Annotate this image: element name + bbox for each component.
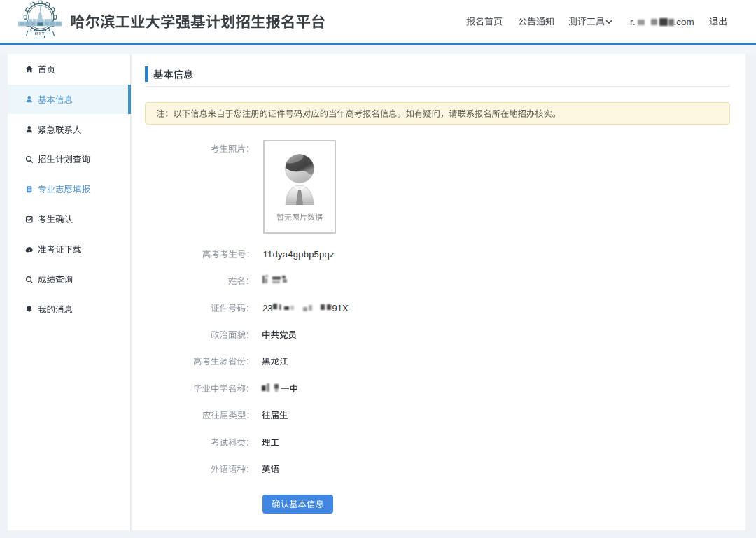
svg-text:HIT: HIT	[35, 31, 46, 36]
